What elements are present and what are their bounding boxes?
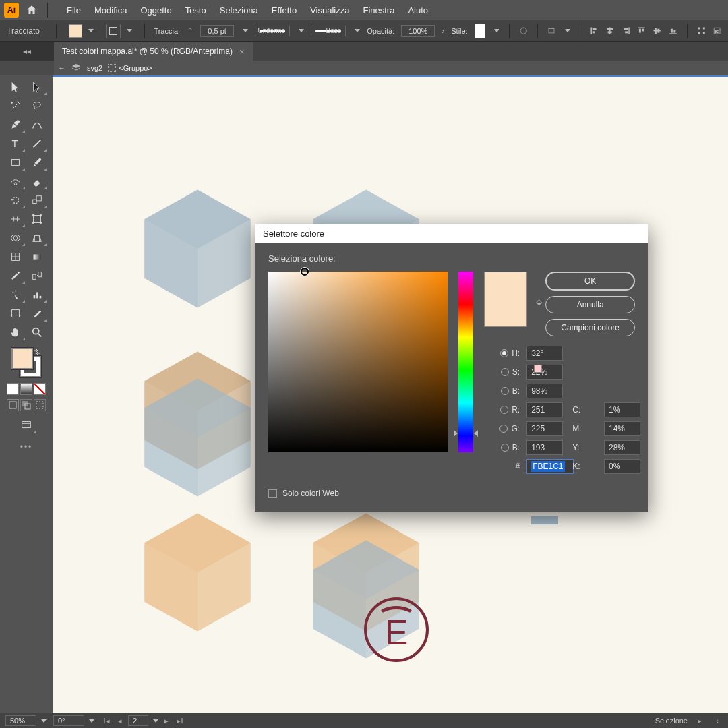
input-c[interactable] xyxy=(604,402,640,417)
pen-tool[interactable] xyxy=(5,116,26,133)
shaper-tool[interactable] xyxy=(5,173,26,190)
menu-visualizza[interactable]: Visualizza xyxy=(303,1,356,20)
opacity-input[interactable] xyxy=(401,25,435,37)
input-s[interactable] xyxy=(526,365,563,380)
input-hex[interactable]: FBE1C1 xyxy=(526,459,574,474)
rectangle-tool[interactable] xyxy=(5,154,26,171)
radio-r[interactable] xyxy=(500,406,508,414)
out-of-gamut-icon[interactable]: ⬙ xyxy=(536,297,542,307)
zoom-input[interactable] xyxy=(5,715,36,726)
direct-selection-tool[interactable] xyxy=(27,78,47,96)
chevron-down-icon[interactable] xyxy=(243,29,248,32)
align-center-h-icon[interactable] xyxy=(605,25,614,37)
color-mode-gradient[interactable] xyxy=(20,383,32,395)
menu-file[interactable]: File xyxy=(60,1,88,20)
input-bb[interactable] xyxy=(526,440,563,455)
curvature-tool[interactable] xyxy=(27,116,47,133)
radio-h[interactable] xyxy=(500,349,508,357)
chevron-down-icon[interactable] xyxy=(89,719,94,723)
type-tool[interactable]: T xyxy=(5,135,26,152)
align-top-icon[interactable] xyxy=(637,25,646,37)
fill-swatch[interactable] xyxy=(69,24,82,38)
radio-g[interactable] xyxy=(499,425,508,433)
menu-seleziona[interactable]: Seleziona xyxy=(213,1,265,20)
input-b[interactable] xyxy=(526,384,563,398)
width-tool[interactable] xyxy=(5,210,26,228)
color-field[interactable] xyxy=(268,272,448,452)
artboard-input[interactable] xyxy=(128,715,148,726)
crumb-group[interactable]: <Gruppo> xyxy=(119,64,152,72)
isolate-icon[interactable]: x: xyxy=(712,25,721,37)
draw-behind[interactable] xyxy=(20,399,32,411)
chevron-down-icon[interactable] xyxy=(565,29,570,32)
stroke-weight-input[interactable] xyxy=(200,25,234,37)
rotate-tool[interactable] xyxy=(5,191,26,209)
symbol-sprayer-tool[interactable] xyxy=(5,286,26,303)
chevron-down-icon[interactable] xyxy=(494,29,499,32)
gradient-tool[interactable] xyxy=(27,248,47,266)
zoom-tool[interactable] xyxy=(27,324,47,341)
hand-tool[interactable] xyxy=(5,324,26,341)
input-g[interactable] xyxy=(526,421,563,436)
chevron-down-icon[interactable] xyxy=(153,719,158,723)
next-page-icon[interactable]: ▸ xyxy=(161,717,172,725)
scale-tool[interactable] xyxy=(27,191,47,209)
document-tab[interactable]: Test colori mappa.ai* @ 50 % (RGB/Antepr… xyxy=(54,42,253,61)
rotation-input[interactable] xyxy=(53,715,84,726)
transform-icon[interactable] xyxy=(697,25,706,37)
color-mode-solid[interactable] xyxy=(7,383,19,395)
input-m[interactable] xyxy=(604,421,640,436)
chevron-down-icon[interactable] xyxy=(41,719,47,723)
first-page-icon[interactable]: I◂ xyxy=(101,717,112,725)
input-r[interactable] xyxy=(526,402,563,417)
shape-builder-tool[interactable] xyxy=(5,229,26,247)
menu-testo[interactable]: Testo xyxy=(179,1,213,20)
blend-tool[interactable] xyxy=(27,267,47,284)
ok-button[interactable]: OK xyxy=(545,272,635,291)
web-safe-swatch[interactable] xyxy=(534,365,542,373)
prev-page-icon[interactable]: ◂ xyxy=(115,717,125,725)
cancel-button[interactable]: Annulla xyxy=(545,296,635,313)
screen-mode[interactable] xyxy=(16,417,36,434)
perspective-grid-tool[interactable] xyxy=(27,229,47,247)
color-mode-none[interactable] xyxy=(34,383,46,395)
panel-toggle[interactable]: ◂◂ xyxy=(0,42,54,61)
eraser-tool[interactable] xyxy=(27,173,47,190)
chevron-down-icon[interactable] xyxy=(127,29,132,32)
chevron-down-icon[interactable] xyxy=(88,29,94,32)
slice-tool[interactable] xyxy=(27,305,47,322)
input-h[interactable] xyxy=(526,346,563,361)
layers-icon[interactable] xyxy=(71,63,82,73)
crumb-layer[interactable]: svg2 xyxy=(87,64,102,72)
line-tool[interactable] xyxy=(27,135,47,152)
eyedropper-tool[interactable] xyxy=(5,267,26,284)
align-center-v-icon[interactable] xyxy=(653,25,661,37)
dash-style[interactable]: Uniforme xyxy=(255,26,290,36)
swap-icon[interactable] xyxy=(33,348,41,356)
input-y[interactable] xyxy=(604,440,640,455)
last-page-icon[interactable]: ▸I xyxy=(175,717,185,725)
menu-aiuto[interactable]: Aiuto xyxy=(401,1,435,20)
web-only-checkbox[interactable] xyxy=(268,489,277,498)
menu-modifica[interactable]: Modifica xyxy=(88,1,133,20)
chevron-down-icon[interactable] xyxy=(299,29,304,32)
align-bottom-icon[interactable] xyxy=(669,25,677,37)
radio-s[interactable] xyxy=(501,368,509,376)
back-icon[interactable]: ← xyxy=(58,64,65,72)
status-menu-icon[interactable]: ▸ xyxy=(694,717,705,725)
magic-wand-tool[interactable] xyxy=(5,97,26,115)
radio-b[interactable] xyxy=(501,387,509,395)
menu-effetto[interactable]: Effetto xyxy=(265,1,303,20)
radio-bb[interactable] xyxy=(501,444,509,452)
hue-slider[interactable] xyxy=(458,272,473,452)
fill-stroke-control[interactable] xyxy=(11,348,41,377)
recolor-icon[interactable] xyxy=(519,25,528,37)
color-swatches-button[interactable]: Campioni colore xyxy=(545,319,635,336)
lasso-tool[interactable] xyxy=(27,97,47,115)
align-icon[interactable] xyxy=(547,25,556,37)
draw-normal[interactable] xyxy=(7,399,19,411)
edit-toolbar[interactable]: ••• xyxy=(20,442,33,452)
profile-style[interactable]: Base xyxy=(311,26,346,36)
artboard-tool[interactable] xyxy=(5,305,26,322)
menu-finestra[interactable]: Finestra xyxy=(356,1,401,20)
